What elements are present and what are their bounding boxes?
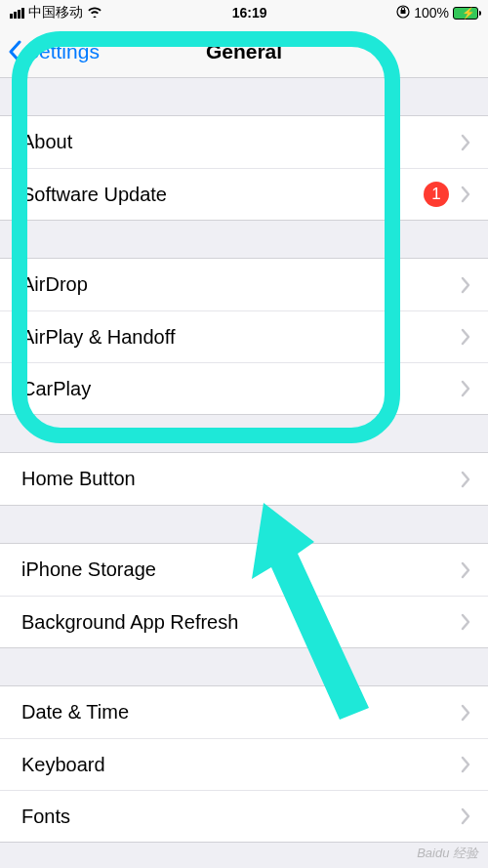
chevron-right-icon bbox=[461, 134, 470, 151]
chevron-right-icon bbox=[461, 704, 470, 722]
settings-group-1: About Software Update 1 bbox=[0, 115, 488, 221]
back-label: Settings bbox=[25, 40, 100, 63]
carrier-label: 中国移动 bbox=[28, 4, 83, 21]
row-label: AirDrop bbox=[21, 273, 461, 296]
row-label: Fonts bbox=[21, 806, 461, 828]
row-label: CarPlay bbox=[21, 378, 461, 400]
watermark: Baidu 经验 bbox=[417, 845, 478, 862]
row-label: Keyboard bbox=[21, 754, 461, 776]
chevron-right-icon bbox=[461, 276, 470, 294]
back-button[interactable]: Settings bbox=[0, 40, 100, 63]
status-time: 16:19 bbox=[232, 5, 267, 21]
orientation-lock-icon bbox=[396, 5, 410, 21]
chevron-right-icon bbox=[461, 380, 470, 397]
row-airplay-handoff[interactable]: AirPlay & Handoff bbox=[0, 310, 488, 362]
row-label: Home Button bbox=[21, 468, 461, 490]
row-label: Background App Refresh bbox=[21, 611, 461, 634]
signal-icon bbox=[10, 8, 24, 19]
status-bar: 中国移动 16:19 100% ⚡ bbox=[0, 0, 488, 25]
chevron-right-icon bbox=[461, 613, 470, 631]
row-label: About bbox=[21, 131, 461, 153]
settings-group-5: Date & Time Keyboard Fonts bbox=[0, 685, 488, 843]
chevron-right-icon bbox=[461, 807, 470, 825]
row-label: Date & Time bbox=[21, 701, 461, 723]
chevron-right-icon bbox=[461, 328, 470, 346]
row-label: iPhone Storage bbox=[21, 558, 461, 581]
row-iphone-storage[interactable]: iPhone Storage bbox=[0, 544, 488, 596]
row-about[interactable]: About bbox=[0, 116, 488, 168]
row-carplay[interactable]: CarPlay bbox=[0, 362, 488, 414]
row-keyboard[interactable]: Keyboard bbox=[0, 738, 488, 790]
settings-group-2: AirDrop AirPlay & Handoff CarPlay bbox=[0, 258, 488, 415]
settings-group-3: Home Button bbox=[0, 452, 488, 506]
row-date-time[interactable]: Date & Time bbox=[0, 686, 488, 738]
row-label: Software Update bbox=[21, 184, 424, 206]
chevron-right-icon bbox=[461, 756, 470, 773]
status-right: 100% ⚡ bbox=[396, 5, 478, 21]
wifi-icon bbox=[87, 5, 102, 21]
chevron-right-icon bbox=[461, 186, 470, 203]
battery-icon: ⚡ bbox=[453, 7, 478, 20]
battery-percent: 100% bbox=[414, 5, 449, 21]
back-chevron-icon bbox=[8, 40, 21, 63]
row-software-update[interactable]: Software Update 1 bbox=[0, 168, 488, 220]
update-badge: 1 bbox=[424, 182, 449, 207]
settings-group-4: iPhone Storage Background App Refresh bbox=[0, 543, 488, 648]
chevron-right-icon bbox=[461, 561, 470, 579]
row-label: AirPlay & Handoff bbox=[21, 326, 461, 349]
row-airdrop[interactable]: AirDrop bbox=[0, 259, 488, 310]
row-home-button[interactable]: Home Button bbox=[0, 453, 488, 505]
chevron-right-icon bbox=[461, 471, 470, 488]
row-background-app-refresh[interactable]: Background App Refresh bbox=[0, 596, 488, 647]
status-left: 中国移动 bbox=[10, 4, 102, 21]
nav-bar: Settings General bbox=[0, 25, 488, 78]
row-fonts[interactable]: Fonts bbox=[0, 790, 488, 842]
